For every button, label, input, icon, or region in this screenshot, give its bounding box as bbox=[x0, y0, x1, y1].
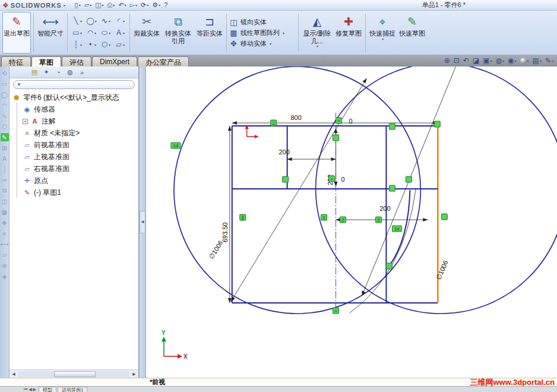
tree-item[interactable]: ◉传感器 bbox=[10, 103, 138, 115]
constraint-marker[interactable] bbox=[386, 263, 392, 269]
dim-text-200-left[interactable]: 200 bbox=[279, 148, 290, 156]
save-button[interactable]: ◫▾ bbox=[93, 1, 105, 10]
rapid-sketch-button[interactable]: ✎ 快速草图 bbox=[398, 12, 426, 53]
line-tool[interactable]: ╲▾ bbox=[70, 15, 84, 27]
zoom-fit-icon[interactable]: ⊕ bbox=[443, 56, 451, 65]
left-rail-icon-4[interactable]: ◠ bbox=[1, 101, 9, 109]
left-rail-icon-9[interactable]: A bbox=[1, 154, 9, 163]
undo-button[interactable]: ↶▾ bbox=[116, 1, 128, 10]
displaymanager-tab-icon[interactable]: ◍ bbox=[65, 68, 75, 76]
left-rail-icon-1[interactable]: ⟲ bbox=[1, 69, 9, 77]
left-rail-icon-16[interactable]: ≡ bbox=[1, 229, 9, 238]
constraint-marker[interactable] bbox=[389, 185, 395, 191]
dim-text-693[interactable]: 693.50 bbox=[221, 222, 229, 242]
left-rail-icon-3[interactable]: ◯ bbox=[1, 90, 9, 99]
section-view-icon[interactable]: ◪ bbox=[471, 56, 480, 65]
polygon-tool[interactable]: ⬡▾ bbox=[99, 39, 113, 50]
left-rail-icon-13[interactable]: ◫ bbox=[1, 197, 9, 206]
tab-nav-icons[interactable]: ⏮ ◀ ▶ bbox=[24, 387, 36, 392]
circle-tool[interactable]: ◯▾ bbox=[84, 15, 99, 27]
new-button[interactable]: ▯▾ bbox=[73, 1, 83, 10]
tree-item[interactable]: ▱前视基准面 bbox=[10, 139, 138, 151]
scroll-left-icon[interactable]: ◀ bbox=[10, 372, 18, 377]
left-rail-icon-20[interactable]: ◈ bbox=[1, 272, 9, 280]
linear-sketch-pattern-button[interactable]: ▦ 线性草图阵列▾ bbox=[229, 29, 296, 37]
panel-expand-chevron-icon[interactable]: » bbox=[77, 69, 87, 76]
dim-text-800[interactable]: 800 bbox=[290, 114, 301, 121]
filter-bar[interactable]: ▼ bbox=[13, 80, 135, 89]
point-tool[interactable]: •▾ bbox=[84, 39, 99, 50]
constraint-marker[interactable] bbox=[406, 176, 412, 182]
dim-text-zero-a[interactable]: 0 bbox=[349, 118, 353, 125]
select-button[interactable]: ▻▾ bbox=[128, 1, 139, 10]
splitter-collapse-icon[interactable]: ◄ bbox=[140, 211, 145, 233]
configurationmanager-tab-icon[interactable]: ◔ bbox=[53, 69, 63, 76]
left-rail-icon-10[interactable]: ┆ bbox=[1, 165, 9, 173]
left-rail-icon-12[interactable]: ⧉ bbox=[1, 186, 9, 195]
text-tool[interactable]: A▾ bbox=[113, 27, 127, 39]
tree-item[interactable]: ▱上视基准面 bbox=[10, 151, 138, 163]
left-rail-icon-15[interactable]: ✥ bbox=[1, 219, 9, 227]
scene-icon[interactable]: ▤▾ bbox=[531, 56, 543, 65]
constraint-marker[interactable] bbox=[434, 121, 440, 127]
open-button[interactable]: ▱▾ bbox=[83, 1, 93, 10]
dim-text-zero-b[interactable]: 0 bbox=[341, 176, 345, 183]
constraint-marker[interactable] bbox=[333, 135, 339, 141]
tree-item[interactable]: ✎(-) 草图1 bbox=[10, 186, 138, 198]
constraint-marker[interactable] bbox=[441, 214, 447, 220]
scroll-right-icon[interactable]: ▶ bbox=[130, 372, 138, 377]
sketch-fillet-tool[interactable]: ◜▾ bbox=[113, 15, 127, 27]
dim-line-dia-left[interactable] bbox=[231, 78, 367, 302]
constraint-marker[interactable] bbox=[283, 176, 289, 182]
bottom-tab-运动算例1[interactable]: 运动算例1 bbox=[58, 387, 87, 392]
print-button[interactable]: ⎙▾ bbox=[106, 1, 117, 10]
left-rail-icon-18[interactable]: ▱ bbox=[1, 251, 9, 259]
sketch-canvas[interactable]: 800 0 200 232 0 200 693.50 ∅1006 ∅1006 Y… bbox=[146, 67, 557, 378]
plane-tool[interactable]: ▱▾ bbox=[113, 39, 127, 50]
view-orientation-icon[interactable]: ▣▾ bbox=[482, 56, 493, 65]
tree-item[interactable]: ≡材质 <未指定> bbox=[10, 127, 138, 139]
convert-entities-button[interactable]: ⧉ 转换实体引用 bbox=[162, 12, 194, 53]
sketch-circle-left[interactable] bbox=[174, 67, 420, 314]
scrollbar-thumb[interactable] bbox=[54, 371, 96, 377]
appearance-icon[interactable]: ▾ bbox=[519, 56, 530, 65]
graphics-area[interactable]: 800 0 200 232 0 200 693.50 ∅1006 ∅1006 Y… bbox=[146, 67, 557, 378]
help-button[interactable]: ? bbox=[162, 0, 169, 10]
options-button[interactable]: ⚙▾ bbox=[150, 1, 162, 10]
hide-show-icon[interactable]: ◉▾ bbox=[507, 56, 518, 65]
zoom-area-icon[interactable]: ⊡ bbox=[452, 56, 461, 65]
rectangle-tool[interactable]: ▭▾ bbox=[70, 27, 84, 39]
tab-草图[interactable]: 草图 bbox=[31, 56, 61, 67]
offset-entities-button[interactable]: ⊐ 等距实体 bbox=[195, 12, 224, 53]
centerline-tool[interactable]: ┆▾ bbox=[70, 39, 84, 50]
tab-特征[interactable]: 特征 bbox=[1, 56, 31, 67]
left-rail-icon-2[interactable]: ▭ bbox=[1, 80, 9, 88]
display-delete-relations-button[interactable]: ◭ 显示/删除几...▾ bbox=[301, 12, 333, 53]
left-rail-icon-19[interactable]: ⊕ bbox=[1, 261, 9, 270]
previous-view-icon[interactable]: ↶ bbox=[462, 56, 470, 65]
repair-sketch-button[interactable]: ✚ 修复草图 bbox=[334, 12, 363, 53]
panel-horizontal-scrollbar[interactable]: ◀ ▶ bbox=[10, 369, 138, 378]
trim-entities-button[interactable]: ✂ 剪裁实体 bbox=[132, 12, 161, 53]
tab-办公室产品[interactable]: 办公室产品 bbox=[138, 56, 189, 67]
display-style-icon[interactable]: ◍▾ bbox=[495, 56, 506, 65]
arc-tool[interactable]: ◠▾ bbox=[84, 27, 99, 39]
rebuild-button[interactable]: ⟳▾ bbox=[139, 1, 150, 10]
left-rail-icon-6[interactable]: ⬡ bbox=[1, 122, 9, 131]
tree-root[interactable]: ⬢ 零件6 (默认<<默认>_显示状态 bbox=[10, 91, 138, 103]
tree-item[interactable]: ✛原点 bbox=[10, 175, 138, 186]
left-rail-icon-17[interactable]: ⟷ bbox=[1, 240, 9, 248]
left-rail-icon-8[interactable]: ⊞ bbox=[1, 144, 9, 152]
edit-appearance-icon[interactable]: ✎▾ bbox=[544, 56, 555, 65]
tree-item[interactable]: ▱右视基准面 bbox=[10, 163, 138, 175]
panel-splitter[interactable]: ◄ bbox=[139, 67, 146, 378]
exit-sketch-button[interactable]: ✎ 退出草图 bbox=[2, 12, 31, 53]
smart-dimension-button[interactable]: ⟷ 智能尺寸 bbox=[36, 12, 65, 53]
dim-text-dia-right[interactable]: ∅1006 bbox=[435, 260, 449, 281]
spline-tool[interactable]: ∿▾ bbox=[99, 15, 113, 27]
tree-item[interactable]: +A注解 bbox=[10, 115, 138, 127]
constraint-marker[interactable] bbox=[389, 124, 395, 129]
mirror-entities-button[interactable]: ◫ 镜向实体 bbox=[229, 18, 296, 27]
propertymanager-tab-icon[interactable]: ✦ bbox=[42, 68, 51, 76]
tab-DimXpert[interactable]: DimXpert bbox=[92, 56, 137, 67]
